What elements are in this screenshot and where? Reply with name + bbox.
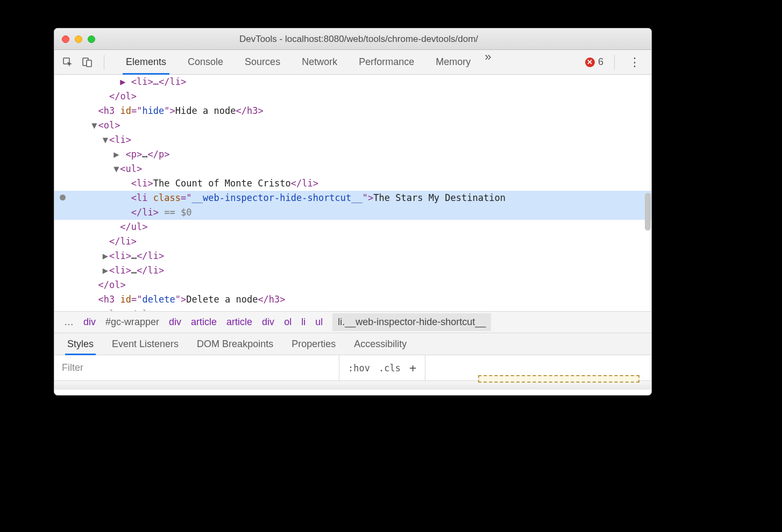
styles-pane: :hov .cls + — [54, 355, 651, 381]
separator — [104, 55, 104, 70]
collapse-icon[interactable]: ▼ — [90, 118, 98, 133]
elements-dom-tree[interactable]: ▶ <li>…</li> </ol> <h3 id="hide">Hide a … — [54, 75, 651, 311]
styles-filter — [54, 355, 339, 380]
minimize-icon[interactable] — [75, 35, 82, 43]
dom-row[interactable]: ▼<ol> — [54, 118, 651, 133]
tab-console[interactable]: Console — [177, 50, 234, 74]
hov-toggle[interactable]: :hov — [348, 363, 370, 373]
filter-input[interactable] — [62, 362, 331, 373]
error-icon: ✕ — [585, 57, 595, 67]
breadcrumb-item[interactable]: article — [191, 317, 217, 328]
subtab-styles[interactable]: Styles — [67, 333, 94, 355]
tab-elements[interactable]: Elements — [115, 50, 177, 74]
device-toolbar-icon[interactable] — [81, 56, 93, 68]
tabs-overflow-icon[interactable]: » — [485, 50, 491, 74]
error-count[interactable]: ✕ 6 — [585, 56, 603, 68]
breadcrumb-item[interactable]: li — [301, 317, 305, 328]
cls-toggle[interactable]: .cls — [379, 363, 401, 373]
breadcrumb-item-current[interactable]: li.__web-inspector-hide-shortcut__ — [332, 313, 491, 331]
dom-row[interactable]: <h3 id="hide">Hide a node</h3> — [54, 104, 651, 118]
dom-row[interactable]: </ol> — [54, 278, 651, 292]
window-title: DevTools - localhost:8080/web/tools/chro… — [101, 34, 617, 45]
collapse-icon[interactable]: ▼ — [102, 133, 109, 147]
breadcrumb: … div #gc-wrapper div article article di… — [54, 311, 651, 333]
styles-tabs: Styles Event Listeners DOM Breakpoints P… — [54, 333, 651, 355]
breadcrumb-item[interactable]: ul — [315, 317, 323, 328]
subtab-properties[interactable]: Properties — [292, 333, 336, 355]
dom-row[interactable]: ▶<ol>…</ol> — [54, 307, 651, 311]
breadcrumb-item[interactable]: div — [83, 317, 96, 328]
dom-row[interactable]: <h3 id="delete">Delete a node</h3> — [54, 292, 651, 307]
svg-rect-2 — [87, 60, 91, 67]
subtab-dom-breakpoints[interactable]: DOM Breakpoints — [197, 333, 273, 355]
dom-row[interactable]: ▼<ul> — [54, 162, 651, 176]
breadcrumb-overflow[interactable]: … — [64, 317, 74, 328]
new-rule-icon[interactable]: + — [409, 361, 416, 375]
dom-row-selected[interactable]: </li> == $0 — [54, 205, 651, 220]
dom-row: ▶ <li>…</li> — [54, 75, 651, 89]
tab-performance[interactable]: Performance — [348, 50, 425, 74]
dom-row[interactable]: </ul> — [54, 220, 651, 234]
devtools-window: DevTools - localhost:8080/web/tools/chro… — [54, 28, 652, 396]
breadcrumb-item[interactable]: #gc-wrapper — [105, 317, 159, 328]
tab-memory[interactable]: Memory — [425, 50, 481, 74]
dom-row[interactable]: ▶ <p>…</p> — [54, 147, 651, 162]
subtab-accessibility[interactable]: Accessibility — [354, 333, 407, 355]
dom-row-selected[interactable]: <li class="__web-inspector-hide-shortcut… — [54, 191, 651, 205]
dom-row[interactable]: ▼<li> — [54, 133, 651, 147]
hidden-marker-icon — [60, 195, 66, 200]
panel-tabs: Elements Console Sources Network Perform… — [115, 50, 491, 74]
scrollbar[interactable] — [645, 193, 651, 231]
breadcrumb-item[interactable]: div — [169, 317, 181, 328]
dom-row[interactable]: <li>The Count of Monte Cristo</li> — [54, 176, 651, 191]
close-icon[interactable] — [62, 35, 69, 43]
separator — [614, 55, 615, 70]
dom-row[interactable]: ▶<li>…</li> — [54, 249, 651, 263]
box-model-preview — [425, 355, 651, 380]
expand-icon[interactable]: ▶ — [112, 147, 120, 162]
zoom-icon[interactable] — [88, 35, 95, 43]
expand-icon[interactable]: ▶ — [102, 263, 109, 278]
styles-toggles: :hov .cls + — [339, 355, 425, 380]
expand-icon[interactable]: ▶ — [90, 307, 98, 311]
tab-sources[interactable]: Sources — [234, 50, 291, 74]
titlebar: DevTools - localhost:8080/web/tools/chro… — [54, 28, 651, 50]
collapse-icon[interactable]: ▼ — [112, 162, 120, 176]
breadcrumb-item[interactable]: ol — [284, 317, 292, 328]
main-toolbar: Elements Console Sources Network Perform… — [54, 50, 651, 75]
dom-row[interactable]: </li> — [54, 234, 651, 249]
inspect-element-icon[interactable] — [62, 56, 74, 68]
dom-row[interactable]: </ol> — [54, 89, 651, 104]
menu-icon[interactable]: ⋮ — [625, 55, 644, 69]
breadcrumb-item[interactable]: article — [226, 317, 252, 328]
margin-box-icon — [478, 375, 639, 383]
breadcrumb-item[interactable]: div — [262, 317, 274, 328]
expand-icon[interactable]: ▶ — [102, 249, 109, 263]
subtab-event-listeners[interactable]: Event Listeners — [112, 333, 179, 355]
tab-network[interactable]: Network — [291, 50, 348, 74]
error-count-value: 6 — [598, 56, 603, 68]
dom-row[interactable]: ▶<li>…</li> — [54, 263, 651, 278]
traffic-lights — [62, 35, 95, 43]
